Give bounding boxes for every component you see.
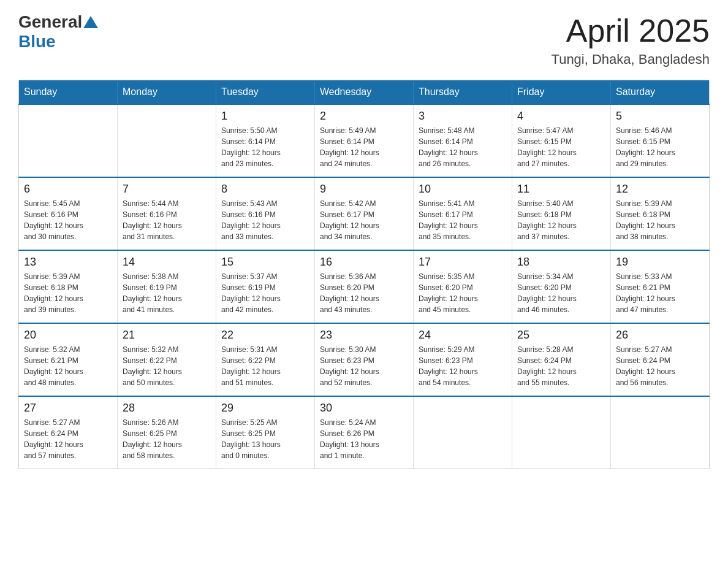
day-number: 27 [24,402,112,415]
day-info: Sunrise: 5:29 AM Sunset: 6:23 PM Dayligh… [419,344,507,388]
day-number: 25 [517,329,605,342]
day-info: Sunrise: 5:34 AM Sunset: 6:20 PM Dayligh… [517,271,605,315]
weekday-header-row: SundayMondayTuesdayWednesdayThursdayFrid… [19,80,710,105]
calendar-cell: 18Sunrise: 5:34 AM Sunset: 6:20 PM Dayli… [512,250,611,323]
day-number: 7 [123,183,211,196]
calendar-cell: 9Sunrise: 5:42 AM Sunset: 6:17 PM Daylig… [315,177,414,250]
calendar-week-row-5: 27Sunrise: 5:27 AM Sunset: 6:24 PM Dayli… [19,396,710,469]
day-number: 5 [616,110,704,123]
calendar-cell: 4Sunrise: 5:47 AM Sunset: 6:15 PM Daylig… [512,104,611,177]
day-info: Sunrise: 5:32 AM Sunset: 6:21 PM Dayligh… [24,344,112,388]
page-header: General Blue April 2025 Tungi, Dhaka, Ba… [18,12,710,67]
day-info: Sunrise: 5:25 AM Sunset: 6:25 PM Dayligh… [221,417,309,461]
day-info: Sunrise: 5:46 AM Sunset: 6:15 PM Dayligh… [616,125,704,169]
day-number: 1 [221,110,309,123]
calendar-cell: 13Sunrise: 5:39 AM Sunset: 6:18 PM Dayli… [19,250,118,323]
calendar-cell [414,396,512,469]
calendar-cell [512,396,611,469]
title-section: April 2025 Tungi, Dhaka, Bangladesh [552,12,710,67]
day-info: Sunrise: 5:38 AM Sunset: 6:19 PM Dayligh… [123,271,211,315]
day-info: Sunrise: 5:36 AM Sunset: 6:20 PM Dayligh… [320,271,408,315]
day-number: 8 [221,183,309,196]
day-number: 13 [24,256,112,269]
day-info: Sunrise: 5:50 AM Sunset: 6:14 PM Dayligh… [221,125,309,169]
logo-triangle-icon [83,16,98,28]
day-number: 11 [517,183,605,196]
day-info: Sunrise: 5:47 AM Sunset: 6:15 PM Dayligh… [517,125,605,169]
day-number: 16 [320,256,408,269]
calendar-title: April 2025 [552,12,710,49]
calendar-week-row-1: 1Sunrise: 5:50 AM Sunset: 6:14 PM Daylig… [19,104,710,177]
day-info: Sunrise: 5:33 AM Sunset: 6:21 PM Dayligh… [616,271,704,315]
day-number: 14 [123,256,211,269]
calendar-cell: 23Sunrise: 5:30 AM Sunset: 6:23 PM Dayli… [315,323,414,396]
calendar-cell: 3Sunrise: 5:48 AM Sunset: 6:14 PM Daylig… [414,104,512,177]
day-info: Sunrise: 5:31 AM Sunset: 6:22 PM Dayligh… [221,344,309,388]
calendar-cell: 11Sunrise: 5:40 AM Sunset: 6:18 PM Dayli… [512,177,611,250]
day-number: 10 [419,183,507,196]
day-info: Sunrise: 5:42 AM Sunset: 6:17 PM Dayligh… [320,198,408,242]
day-number: 9 [320,183,408,196]
day-info: Sunrise: 5:35 AM Sunset: 6:20 PM Dayligh… [419,271,507,315]
weekday-header-saturday: Saturday [611,80,710,105]
logo-general-text: General [18,12,82,32]
calendar-cell [611,396,710,469]
calendar-cell: 2Sunrise: 5:49 AM Sunset: 6:14 PM Daylig… [315,104,414,177]
calendar-cell [19,104,118,177]
day-info: Sunrise: 5:27 AM Sunset: 6:24 PM Dayligh… [24,417,112,461]
calendar-cell: 19Sunrise: 5:33 AM Sunset: 6:21 PM Dayli… [611,250,710,323]
weekday-header-monday: Monday [118,80,216,105]
day-number: 21 [123,329,211,342]
calendar-cell: 14Sunrise: 5:38 AM Sunset: 6:19 PM Dayli… [118,250,216,323]
day-info: Sunrise: 5:39 AM Sunset: 6:18 PM Dayligh… [616,198,704,242]
calendar-cell: 29Sunrise: 5:25 AM Sunset: 6:25 PM Dayli… [216,396,315,469]
day-number: 6 [24,183,112,196]
weekday-header-sunday: Sunday [19,80,118,105]
day-number: 22 [221,329,309,342]
day-info: Sunrise: 5:48 AM Sunset: 6:14 PM Dayligh… [419,125,507,169]
day-number: 30 [320,402,408,415]
day-info: Sunrise: 5:26 AM Sunset: 6:25 PM Dayligh… [123,417,211,461]
calendar-cell: 24Sunrise: 5:29 AM Sunset: 6:23 PM Dayli… [414,323,512,396]
logo: General Blue [18,12,99,52]
calendar-cell: 30Sunrise: 5:24 AM Sunset: 6:26 PM Dayli… [315,396,414,469]
calendar-cell: 5Sunrise: 5:46 AM Sunset: 6:15 PM Daylig… [611,104,710,177]
calendar-cell: 16Sunrise: 5:36 AM Sunset: 6:20 PM Dayli… [315,250,414,323]
calendar-cell: 21Sunrise: 5:32 AM Sunset: 6:22 PM Dayli… [118,323,216,396]
calendar-cell: 10Sunrise: 5:41 AM Sunset: 6:17 PM Dayli… [414,177,512,250]
weekday-header-tuesday: Tuesday [216,80,315,105]
day-number: 4 [517,110,605,123]
day-number: 2 [320,110,408,123]
day-info: Sunrise: 5:45 AM Sunset: 6:16 PM Dayligh… [24,198,112,242]
day-number: 12 [616,183,704,196]
weekday-header-wednesday: Wednesday [315,80,414,105]
day-info: Sunrise: 5:37 AM Sunset: 6:19 PM Dayligh… [221,271,309,315]
day-info: Sunrise: 5:49 AM Sunset: 6:14 PM Dayligh… [320,125,408,169]
calendar-cell: 28Sunrise: 5:26 AM Sunset: 6:25 PM Dayli… [118,396,216,469]
day-info: Sunrise: 5:44 AM Sunset: 6:16 PM Dayligh… [123,198,211,242]
calendar-cell: 6Sunrise: 5:45 AM Sunset: 6:16 PM Daylig… [19,177,118,250]
day-number: 19 [616,256,704,269]
calendar-cell: 17Sunrise: 5:35 AM Sunset: 6:20 PM Dayli… [414,250,512,323]
day-number: 18 [517,256,605,269]
day-number: 26 [616,329,704,342]
day-info: Sunrise: 5:30 AM Sunset: 6:23 PM Dayligh… [320,344,408,388]
day-number: 29 [221,402,309,415]
day-info: Sunrise: 5:28 AM Sunset: 6:24 PM Dayligh… [517,344,605,388]
day-info: Sunrise: 5:40 AM Sunset: 6:18 PM Dayligh… [517,198,605,242]
calendar-cell: 25Sunrise: 5:28 AM Sunset: 6:24 PM Dayli… [512,323,611,396]
day-info: Sunrise: 5:24 AM Sunset: 6:26 PM Dayligh… [320,417,408,461]
day-number: 24 [419,329,507,342]
calendar-week-row-4: 20Sunrise: 5:32 AM Sunset: 6:21 PM Dayli… [19,323,710,396]
calendar-cell: 15Sunrise: 5:37 AM Sunset: 6:19 PM Dayli… [216,250,315,323]
day-info: Sunrise: 5:41 AM Sunset: 6:17 PM Dayligh… [419,198,507,242]
day-number: 23 [320,329,408,342]
calendar-week-row-2: 6Sunrise: 5:45 AM Sunset: 6:16 PM Daylig… [19,177,710,250]
calendar-cell: 1Sunrise: 5:50 AM Sunset: 6:14 PM Daylig… [216,104,315,177]
calendar-week-row-3: 13Sunrise: 5:39 AM Sunset: 6:18 PM Dayli… [19,250,710,323]
weekday-header-friday: Friday [512,80,611,105]
day-number: 15 [221,256,309,269]
calendar-cell: 7Sunrise: 5:44 AM Sunset: 6:16 PM Daylig… [118,177,216,250]
weekday-header-thursday: Thursday [414,80,512,105]
logo-blue-text: Blue [18,32,56,52]
